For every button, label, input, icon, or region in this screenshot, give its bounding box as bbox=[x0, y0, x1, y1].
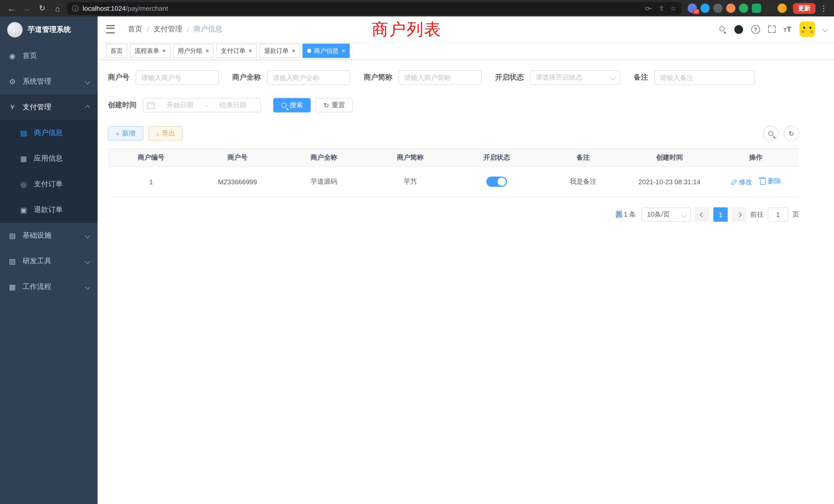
extension-icon[interactable] bbox=[739, 4, 748, 13]
full-name-input[interactable] bbox=[267, 70, 350, 85]
browser-profile-avatar[interactable] bbox=[777, 4, 787, 13]
tab-refund-order[interactable]: 退款订单 × bbox=[259, 44, 300, 58]
current-page-button[interactable]: 1 bbox=[713, 207, 728, 222]
chevron-down-icon[interactable] bbox=[822, 27, 828, 32]
bookmark-star-icon[interactable]: ☆ bbox=[671, 5, 676, 12]
total-prefix: 共 bbox=[616, 210, 622, 218]
browser-forward-icon[interactable]: → bbox=[21, 2, 33, 14]
merchant-table: 商户编号 商户号 商户全称 商户简称 开启状态 备注 创建时间 操作 1 bbox=[108, 148, 799, 197]
sidebar-item-home[interactable]: ◉ 首页 bbox=[0, 43, 97, 69]
app-window: 芋道管理系统 ◉ 首页 ⚙ 系统管理 ￥ 支付管理 ▤ 商户信息 bbox=[0, 17, 834, 504]
calendar-icon bbox=[147, 102, 155, 109]
sidebar-item-devtools[interactable]: ▨ 研发工具 bbox=[0, 248, 97, 274]
cell-merchant-id: 1 bbox=[108, 166, 194, 197]
sidebar-item-label: 应用信息 bbox=[34, 154, 63, 163]
next-page-button[interactable] bbox=[732, 207, 746, 222]
edit-link[interactable]: 修改 bbox=[730, 178, 752, 187]
cell-merchant-no: M233666999 bbox=[194, 166, 281, 197]
prev-page-button[interactable] bbox=[695, 207, 709, 222]
search-icon[interactable] bbox=[719, 26, 726, 33]
button-label: 搜索 bbox=[290, 100, 303, 110]
extension-icon[interactable] bbox=[752, 4, 761, 13]
filter-merchant-no: 商户号 bbox=[108, 70, 219, 85]
filter-full-name: 商户全称 bbox=[232, 70, 350, 85]
field-label: 创建时间 bbox=[108, 100, 137, 110]
sidebar-item-app-info[interactable]: ▦ 应用信息 bbox=[0, 146, 97, 171]
search-button[interactable]: 搜索 bbox=[273, 98, 311, 112]
breadcrumb-item-current: 商户信息 bbox=[194, 25, 222, 34]
extension-icon[interactable] bbox=[701, 4, 710, 13]
sidebar-logo[interactable]: 芋道管理系统 bbox=[0, 17, 97, 43]
sidebar-item-refund-order[interactable]: ▣ 退款订单 bbox=[0, 197, 97, 223]
app-grid-icon: ▦ bbox=[20, 155, 28, 163]
goto-label: 前往 bbox=[750, 210, 764, 219]
extension-icon[interactable] bbox=[765, 4, 774, 13]
navbar-actions: ? TT bbox=[719, 22, 827, 37]
merchant-no-input[interactable] bbox=[136, 70, 219, 85]
browser-home-icon[interactable]: ⌂ bbox=[51, 2, 64, 14]
field-label: 开启状态 bbox=[495, 73, 524, 82]
close-icon[interactable]: × bbox=[292, 48, 295, 54]
status-toggle[interactable] bbox=[486, 177, 507, 187]
download-icon: ↓ bbox=[156, 130, 159, 137]
tab-pay-order[interactable]: 支付订单 × bbox=[216, 44, 257, 58]
delete-link[interactable]: 删除 bbox=[760, 177, 781, 186]
add-button[interactable]: + 新增 bbox=[108, 126, 143, 141]
tab-label: 支付订单 bbox=[221, 46, 245, 55]
address-bar[interactable]: ⓘ localhost:1024/pay/merchant ⇧ ☆ bbox=[67, 2, 681, 15]
extension-icon[interactable]: 10 bbox=[688, 4, 697, 13]
goto-page-input[interactable] bbox=[768, 207, 788, 222]
help-icon[interactable]: ? bbox=[751, 25, 760, 33]
github-icon[interactable] bbox=[734, 25, 743, 33]
close-icon[interactable]: × bbox=[248, 48, 252, 54]
sidebar-item-pay-order[interactable]: ◎ 支付订单 bbox=[0, 171, 97, 197]
sidebar-item-infrastructure[interactable]: ▧ 基础设施 bbox=[0, 223, 97, 248]
extension-icon[interactable] bbox=[713, 4, 723, 13]
field-label: 商户号 bbox=[108, 73, 129, 82]
chevron-down-icon bbox=[85, 79, 90, 84]
extension-icon[interactable] bbox=[726, 4, 736, 13]
url-path: /pay/merchant bbox=[126, 4, 168, 12]
url-text: localhost:1024/pay/merchant bbox=[83, 4, 168, 12]
sidebar-item-system[interactable]: ⚙ 系统管理 bbox=[0, 69, 97, 94]
browser-back-icon[interactable]: ← bbox=[5, 2, 18, 14]
sidebar-item-payment[interactable]: ￥ 支付管理 bbox=[0, 94, 97, 120]
tab-home[interactable]: 首页 bbox=[106, 44, 127, 58]
close-icon[interactable]: × bbox=[342, 48, 345, 54]
column-header: 商户号 bbox=[194, 148, 281, 166]
short-name-input[interactable] bbox=[398, 70, 482, 85]
password-key-icon[interactable] bbox=[645, 5, 653, 12]
close-icon[interactable]: × bbox=[162, 48, 166, 54]
pagination-total: 共1条 bbox=[616, 210, 637, 219]
fullscreen-icon[interactable] bbox=[768, 26, 775, 33]
close-icon[interactable]: × bbox=[205, 48, 209, 54]
browser-reload-icon[interactable]: ↻ bbox=[36, 2, 48, 14]
filter-row-1: 商户号 商户全称 商户简称 开启状态 请选择开启状态 bbox=[108, 70, 799, 85]
date-range-picker[interactable]: 开始日期 - 结束日期 bbox=[143, 98, 261, 112]
reset-button[interactable]: ↻ 重置 bbox=[316, 98, 353, 112]
status-select[interactable]: 请选择开启状态 bbox=[530, 70, 620, 85]
font-size-icon[interactable]: TT bbox=[784, 25, 791, 34]
chrome-update-button[interactable]: 更新 bbox=[793, 3, 815, 14]
active-tab-dot bbox=[307, 49, 311, 53]
remark-input[interactable] bbox=[654, 70, 755, 85]
tab-user-group[interactable]: 用户分组 × bbox=[173, 44, 214, 58]
sidebar-item-merchant-info[interactable]: ▤ 商户信息 bbox=[0, 120, 97, 146]
toggle-search-button[interactable] bbox=[763, 126, 778, 141]
breadcrumb-item[interactable]: 首页 bbox=[128, 25, 142, 34]
refresh-table-button[interactable]: ↻ bbox=[784, 126, 799, 141]
share-icon[interactable]: ⇧ bbox=[659, 5, 664, 12]
browser-menu-icon[interactable]: ⋮ bbox=[818, 4, 829, 12]
tab-merchant-info[interactable]: 商户信息 × bbox=[303, 44, 350, 58]
export-button[interactable]: ↓ 导出 bbox=[148, 126, 183, 141]
tab-process-form[interactable]: 流程表单 × bbox=[130, 44, 171, 58]
pagination: 共1条 10条/页 1 前往 页 bbox=[108, 207, 799, 222]
site-info-icon[interactable]: ⓘ bbox=[72, 5, 79, 12]
cell-create-time: 2021-10-23 08:31:14 bbox=[626, 166, 713, 197]
sidebar-toggle-icon[interactable] bbox=[106, 25, 114, 33]
page-size-select[interactable]: 10条/页 bbox=[641, 207, 691, 222]
breadcrumb-item[interactable]: 支付管理 bbox=[154, 25, 182, 34]
url-host: localhost:1024 bbox=[83, 4, 126, 12]
sidebar-item-workflow[interactable]: ▩ 工作流程 bbox=[0, 274, 97, 300]
user-avatar[interactable] bbox=[799, 22, 815, 37]
